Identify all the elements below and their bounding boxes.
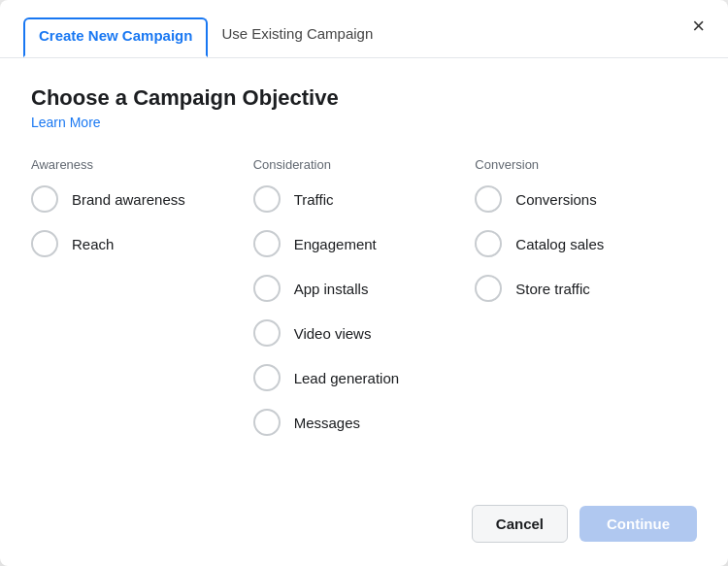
awareness-heading: Awareness [31,157,238,172]
create-campaign-modal: Create New Campaign Use Existing Campaig… [0,0,728,566]
consideration-column: Consideration Traffic Engagement App ins… [253,157,476,470]
app-installs-label: App installs [294,281,369,297]
brand-awareness-radio[interactable] [31,185,58,213]
brand-awareness-label: Brand awareness [72,191,185,208]
engagement-radio[interactable] [253,230,281,257]
objectives-grid: Awareness Brand awareness Reach Consider… [31,157,697,470]
messages-radio[interactable] [253,409,281,436]
reach-label: Reach [72,236,114,252]
video-views-item[interactable]: Video views [253,319,460,347]
engagement-label: Engagement [294,236,377,252]
continue-button[interactable]: Continue [579,506,697,542]
messages-item[interactable]: Messages [253,409,460,436]
cancel-button[interactable]: Cancel [472,505,568,543]
engagement-item[interactable]: Engagement [253,230,460,257]
modal-footer: Cancel Continue [0,489,728,566]
modal-header: Create New Campaign Use Existing Campaig… [0,0,728,58]
store-traffic-radio[interactable] [475,275,502,302]
conversions-item[interactable]: Conversions [475,185,681,213]
app-installs-radio[interactable] [253,275,281,302]
lead-generation-item[interactable]: Lead generation [253,364,460,391]
conversions-label: Conversions [515,191,596,208]
brand-awareness-item[interactable]: Brand awareness [31,185,238,213]
conversions-radio[interactable] [475,185,502,213]
app-installs-item[interactable]: App installs [253,275,460,302]
lead-generation-label: Lead generation [294,370,399,386]
learn-more-link[interactable]: Learn More [31,115,697,130]
conversion-heading: Conversion [475,157,681,172]
store-traffic-item[interactable]: Store traffic [475,275,681,302]
reach-radio[interactable] [31,230,58,257]
awareness-column: Awareness Brand awareness Reach [31,157,253,470]
catalog-sales-item[interactable]: Catalog sales [475,230,681,257]
consideration-heading: Consideration [253,157,460,172]
catalog-sales-label: Catalog sales [515,236,604,252]
create-new-campaign-tab[interactable]: Create New Campaign [23,17,208,57]
traffic-label: Traffic [294,191,334,208]
messages-label: Messages [294,415,360,431]
conversion-column: Conversion Conversions Catalog sales Sto… [475,157,697,470]
modal-body: Choose a Campaign Objective Learn More A… [0,58,728,489]
store-traffic-label: Store traffic [515,281,589,297]
reach-item[interactable]: Reach [31,230,238,257]
catalog-sales-radio[interactable] [475,230,502,257]
traffic-radio[interactable] [253,185,281,213]
page-title: Choose a Campaign Objective [31,85,697,111]
traffic-item[interactable]: Traffic [253,185,460,213]
use-existing-campaign-tab[interactable]: Use Existing Campaign [208,16,386,58]
video-views-radio[interactable] [253,319,281,347]
close-button[interactable]: × [688,12,709,41]
lead-generation-radio[interactable] [253,364,281,391]
video-views-label: Video views [294,325,372,342]
